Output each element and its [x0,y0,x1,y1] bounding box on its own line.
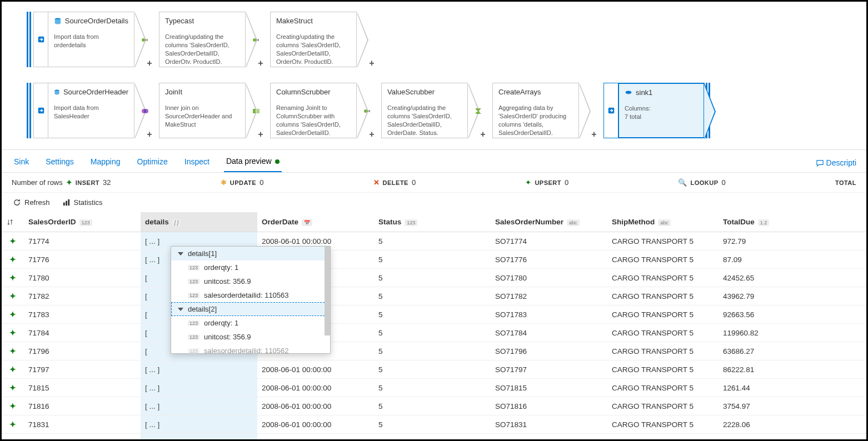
row-handle[interactable] [27,83,32,138]
update-stat: ✱ UPDATE 0 [221,178,264,187]
cell-salesordernumber: SO71832 [491,434,607,441]
col-orderdate[interactable]: OrderDate📅 [257,212,374,232]
popup-item: 123orderqty: 1 [171,316,330,330]
comment-icon [816,159,824,167]
node-joinit[interactable]: JoinIt Inner join on SourceOrderHeader a… [159,83,246,138]
add-step-button[interactable]: + [256,130,265,139]
statistics-button[interactable]: Statistics [62,198,103,207]
tab-optimize[interactable]: Optimize [135,154,170,172]
table-row[interactable]: ✦71783[00:005SO71783CARGO TRANSPORT 5926… [2,305,866,324]
node-sink1[interactable]: sink1 Columns: 7 total [618,83,705,138]
table-row[interactable]: ✦71784[00:005SO71784CARGO TRANSPORT 5119… [2,324,866,342]
node-desc: Creating/updating the columns 'SalesOrde… [165,33,240,64]
node-desc: Columns: 7 total [625,104,698,121]
source-prefix[interactable] [33,12,48,67]
table-row[interactable]: ✦71776[ ... ]00:005SO71776CARGO TRANSPOR… [2,250,866,269]
sort-button[interactable] [2,212,24,232]
col-shipmethod[interactable]: ShipMethodabc [607,212,719,232]
table-row[interactable]: ✦71815[ ... ]2008-06-01 00:00:005SO71815… [2,379,866,397]
tab-datapreview[interactable]: Data preview [224,153,282,172]
cell-salesordernumber: SO71797 [491,360,607,379]
add-step-button[interactable]: + [145,59,154,68]
table-row[interactable]: ✦71816[ ... ]2008-06-01 00:00:005SO71816… [2,397,866,415]
node-typecast[interactable]: Typecast Creating/updating the columns '… [159,12,246,67]
col-totaldue[interactable]: TotalDue1.2 [719,212,866,232]
table-row[interactable]: ✦71774[ ... ]2008-06-01 00:00:005SO71774… [2,232,866,250]
cell-totaldue: 972.79 [719,232,866,250]
row-insert-icon: ✦ [2,434,24,441]
col-status[interactable]: Status123 [374,212,491,232]
col-salesorderid[interactable]: SalesOrderID123 [24,212,141,232]
cell-status: 5 [374,379,491,397]
cell-details[interactable]: [ ... ] [141,434,257,441]
cell-orderdate: 2008-06-01 00:00:00 [257,360,374,379]
node-title: MakeStruct [276,17,313,25]
cell-details[interactable]: [ ... ] [141,415,257,434]
cell-salesorderid: 71780 [24,269,141,287]
svg-point-2 [142,38,145,42]
cell-details[interactable]: [ ... ] [141,379,257,397]
cell-status: 5 [374,434,491,441]
table-row[interactable]: ✦71832[ ... ]2008-06-01 00:00:005SO71832… [2,434,866,441]
svg-point-10 [364,109,367,113]
cell-status: 5 [374,250,491,269]
sink-prefix[interactable] [603,83,618,138]
refresh-button[interactable]: Refresh [13,198,50,207]
cell-details[interactable]: [ ... ] [141,360,257,379]
col-details[interactable]: details[ ] [141,212,257,232]
table-row[interactable]: ✦71782[00:005SO71782CARGO TRANSPORT 5439… [2,287,866,305]
db-icon [54,17,62,25]
table-row[interactable]: ✦71831[ ... ]2008-06-01 00:00:005SO71831… [2,415,866,434]
select-icon [252,107,261,116]
table-row[interactable]: ✦71797[ ... ]2008-06-01 00:00:005SO71797… [2,360,866,379]
node-sourceorderheader[interactable]: SourceOrderHeader Import data from Sales… [48,83,134,138]
popup-header-2[interactable]: details[2] [171,302,330,316]
row-insert-icon: ✦ [2,415,24,434]
popup-item: 123unitcost: 356.9 [171,274,330,288]
cell-details[interactable]: [ ... ] [141,397,257,415]
scrollbar[interactable] [325,247,330,335]
table-row[interactable]: ✦71796[00:005SO71796CARGO TRANSPORT 5636… [2,342,866,360]
node-valuescrubber[interactable]: ValueScrubber Creating/updating the colu… [381,83,468,138]
flow-row-1: SourceOrderDetails Import data from orde… [27,12,855,67]
add-step-button[interactable]: + [367,130,376,139]
refresh-icon [13,198,21,207]
popup-header-1[interactable]: details[1] [171,247,330,260]
node-columnscrubber[interactable]: ColumnScrubber Renaming JoinIt to Column… [270,83,357,138]
node-sourceorderdetails[interactable]: SourceOrderDetails Import data from orde… [48,12,134,67]
add-step-button[interactable]: + [590,130,598,139]
tab-mapping[interactable]: Mapping [88,154,123,172]
node-desc: Creating/updating the columns 'SalesOrde… [387,104,462,135]
cell-salesorderid: 71782 [24,287,141,305]
add-step-button[interactable]: + [145,130,154,139]
arrow-in-icon [37,107,45,114]
details-popup[interactable]: details[1] 123orderqty: 1 123unitcost: 3… [171,246,331,354]
cell-salesordernumber: SO71776 [491,250,607,269]
add-step-button[interactable]: + [367,59,376,68]
tab-sink[interactable]: Sink [12,154,31,172]
description-link[interactable]: Descripti [816,158,856,167]
tab-settings[interactable]: Settings [43,154,76,172]
svg-point-13 [626,91,632,93]
cell-totaldue: 2228.06 [719,415,866,434]
add-step-button[interactable]: + [478,130,487,139]
source-prefix[interactable] [33,83,48,138]
node-createarrays[interactable]: CreateArrays Aggregating data by 'SalesO… [492,83,579,138]
lookup-stat: 🔍 LOOKUP 0 [678,178,725,187]
node-title: JoinIt [165,88,182,96]
node-makestruct[interactable]: MakeStruct Creating/updating the columns… [270,12,357,67]
tab-inspect[interactable]: Inspect [182,154,212,172]
cell-shipmethod: CARGO TRANSPORT 5 [607,232,719,250]
add-step-button[interactable]: + [256,59,265,68]
derive-icon [363,107,372,116]
rows-label: Number of rows ✦ INSERT 32 [12,178,111,187]
cell-status: 5 [374,342,491,360]
actions-row: Refresh Statistics [2,193,866,212]
cell-shipmethod: CARGO TRANSPORT 5 [607,379,719,397]
cell-salesordernumber: SO71796 [491,342,607,360]
cell-status: 5 [374,305,491,324]
table-row[interactable]: ✦71780[00:005SO71780CARGO TRANSPORT 5424… [2,269,866,287]
col-salesordernumber[interactable]: SalesOrderNumberabc [491,212,607,232]
row-handle[interactable] [27,12,32,67]
svg-point-3 [253,38,256,42]
